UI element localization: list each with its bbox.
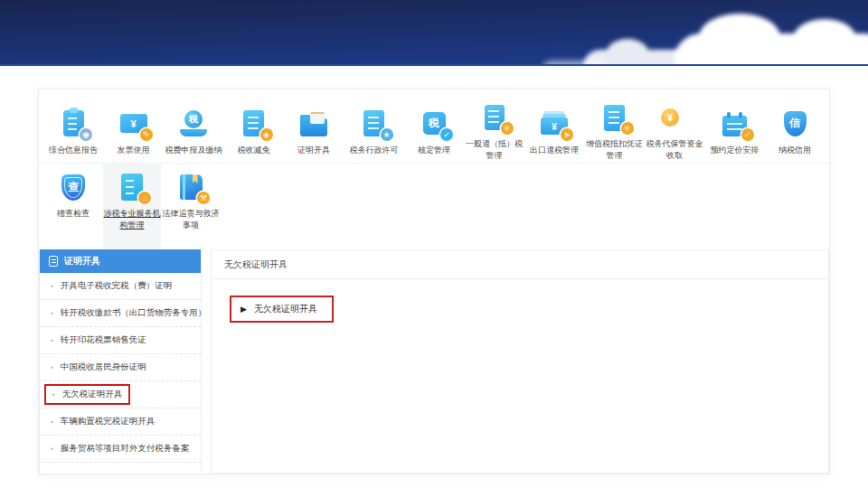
triangle-right-icon: ▶ [241, 305, 247, 314]
sidebar-item[interactable]: ▪开具电子税收完税（费）证明 [40, 273, 201, 300]
bullet-icon: ▪ [51, 337, 53, 344]
menu-item-label: 发票使用 [105, 145, 163, 156]
sidebar-header: 证明开具 [40, 249, 201, 273]
menu-item-label: 增值税抵扣凭证管理 [586, 138, 644, 162]
sidebar-item-label: 转开税收缴款书（出口货物劳务专用） [61, 307, 207, 319]
menu-item-legal-remedy-book[interactable]: ⚒法律追责与救济事项 [162, 164, 220, 249]
tax-credit-shield-icon: 信 [775, 108, 815, 140]
menu-item-tax-credit-shield[interactable]: 信纳税信用 [766, 97, 824, 156]
report-clipboard-icon: ◉ [53, 108, 93, 140]
menu-item-label: 预约定价安排 [706, 145, 764, 156]
sidebar-item-label: 转开印花税票销售凭证 [61, 334, 146, 346]
sidebar-item-label: 服务贸易等项目对外支付税务备案 [61, 443, 190, 455]
menu-item-license-doc[interactable]: ★税务行政许可 [345, 97, 403, 156]
bullet-icon: ▪ [52, 391, 55, 399]
menu-item-label: 纳税信用 [766, 145, 824, 156]
bullet-icon: ▪ [51, 283, 53, 290]
certificate-folder-icon [294, 108, 334, 140]
sidebar-item[interactable]: ▪中国税收居民身份证明 [40, 354, 201, 381]
menu-item-service-agency-bank[interactable]: ⌂涉税专业服务机构管理 [103, 164, 161, 249]
primary-menu-row: ◉综合信息报告¥✎发票使用税税费申报及缴纳◈税收减免证明开具★税务行政许可税✓核… [39, 89, 829, 164]
accent-badge-icon: ⌂ [138, 192, 151, 204]
invoice-note-icon: ¥✎ [114, 108, 154, 140]
menu-item-vat-voucher-gear[interactable]: ✳增值税抵扣凭证管理 [586, 90, 644, 162]
sidebar-header-label: 证明开具 [64, 255, 100, 267]
secondary-menu-row: 查稽查检查⌂涉税专业服务机构管理⚒法律追责与救济事项 [39, 164, 829, 249]
inspection-shield-icon: 查 [53, 171, 93, 203]
accent-badge-icon: ✎ [140, 128, 153, 141]
content-link-label: 无欠税证明开具 [254, 303, 317, 315]
accent-badge-icon: ★ [381, 128, 393, 141]
apa-calendar-icon: ✓ [715, 108, 755, 140]
menu-item-label: 涉税专业服务机构管理 [103, 208, 161, 231]
menu-item-report-clipboard[interactable]: ◉综合信息报告 [44, 97, 102, 156]
menu-item-general-refund-gear[interactable]: ✳一般退（抵）税管理 [466, 90, 524, 162]
sidebar-item[interactable]: ▪车辆购置税完税证明开具 [40, 408, 201, 436]
tax-payment-hand-icon: 税 [174, 108, 213, 140]
bullet-icon: ▪ [51, 446, 53, 453]
menu-item-escrow-funds-coin[interactable]: ¥税务代保管资金收取 [646, 90, 703, 162]
menu-item-label: 核定管理 [405, 145, 463, 156]
accent-badge-icon: ◉ [80, 128, 92, 141]
sidebar-item[interactable]: ▪无欠税证明开具 [40, 381, 201, 408]
bullet-icon: ▪ [51, 418, 53, 426]
legal-remedy-book-icon: ⚒ [171, 171, 211, 203]
service-agency-bank-icon: ⌂ [112, 171, 152, 203]
accent-badge-icon: ✓ [741, 128, 754, 141]
bullet-icon: ▪ [51, 364, 53, 371]
license-doc-icon: ★ [354, 108, 394, 140]
no-tax-arrears-certificate-link[interactable]: ▶ 无欠税证明开具 [230, 296, 334, 323]
sidebar-item-label: 无欠税证明开具 [62, 389, 123, 400]
sidebar-item-label: 开具电子税收完税（费）证明 [61, 280, 173, 292]
menu-item-invoice-note[interactable]: ¥✎发票使用 [105, 97, 163, 156]
menu-item-label: 综合信息报告 [44, 145, 102, 156]
menu-item-certificate-folder[interactable]: 证明开具 [285, 97, 343, 156]
escrow-funds-coin-icon: ¥ [655, 101, 694, 134]
menu-item-tax-relief-list[interactable]: ◈税收减免 [225, 97, 283, 156]
accent-badge-icon: ✳ [501, 122, 514, 135]
clouds-decoration [561, 0, 868, 66]
sidebar: 证明开具 ▪开具电子税收完税（费）证明▪转开税收缴款书（出口货物劳务专用）▪转开… [39, 249, 202, 474]
content-panel: 无欠税证明开具 ▶ 无欠税证明开具 [211, 249, 829, 474]
menu-item-tax-payment-hand[interactable]: 税税费申报及缴纳 [165, 97, 222, 156]
menu-item-label: 税务行政许可 [345, 145, 403, 156]
accent-badge-icon: ✓ [440, 128, 453, 141]
accent-badge-icon: ✳ [621, 122, 634, 135]
sidebar-item-label: 中国税收居民身份证明 [61, 361, 146, 373]
menu-item-label: 税收减免 [225, 145, 283, 156]
sidebar-item[interactable]: ▪服务贸易等项目对外支付税务备案 [40, 436, 201, 463]
menu-item-label: 证明开具 [285, 145, 343, 156]
menu-item-inspection-shield[interactable]: 查稽查检查 [44, 164, 102, 249]
panel-title: 无欠税证明开具 [212, 250, 828, 279]
menu-item-label: 一般退（抵）税管理 [466, 138, 524, 162]
menu-item-label: 出口退税管理 [525, 145, 583, 156]
sidebar-item[interactable]: ▪转开税收缴款书（出口货物劳务专用） [40, 300, 201, 327]
menu-item-assessment-check[interactable]: 税✓核定管理 [405, 97, 463, 156]
tax-relief-list-icon: ◈ [234, 108, 274, 140]
vat-voucher-gear-icon: ✳ [595, 101, 635, 134]
bullet-icon: ▪ [51, 310, 53, 317]
menu-item-label: 税费申报及缴纳 [165, 145, 222, 156]
general-refund-gear-icon: ✳ [475, 101, 514, 134]
export-refund-notes-icon: ¥➤ [534, 108, 574, 140]
accent-badge-icon: ◈ [260, 128, 273, 141]
accent-badge-icon: ⚒ [197, 192, 210, 204]
accent-badge-icon: ➤ [561, 128, 573, 141]
top-banner [0, 0, 868, 66]
red-annotation-box: ▪无欠税证明开具 [44, 384, 130, 405]
menu-item-label: 稽查检查 [44, 208, 102, 220]
menu-item-label: 税务代保管资金收取 [646, 138, 703, 162]
sidebar-item[interactable]: ▪转开印花税票销售凭证 [40, 327, 201, 354]
certificate-doc-icon [49, 256, 58, 267]
sidebar-item-label: 车辆购置税完税证明开具 [61, 416, 156, 427]
main-card: ◉综合信息报告¥✎发票使用税税费申报及缴纳◈税收减免证明开具★税务行政许可税✓核… [38, 89, 830, 474]
menu-item-label: 法律追责与救济事项 [162, 208, 220, 231]
menu-item-export-refund-notes[interactable]: ¥➤出口退税管理 [525, 97, 583, 156]
menu-item-apa-calendar[interactable]: ✓预约定价安排 [706, 97, 764, 156]
assessment-check-icon: 税✓ [414, 108, 454, 140]
